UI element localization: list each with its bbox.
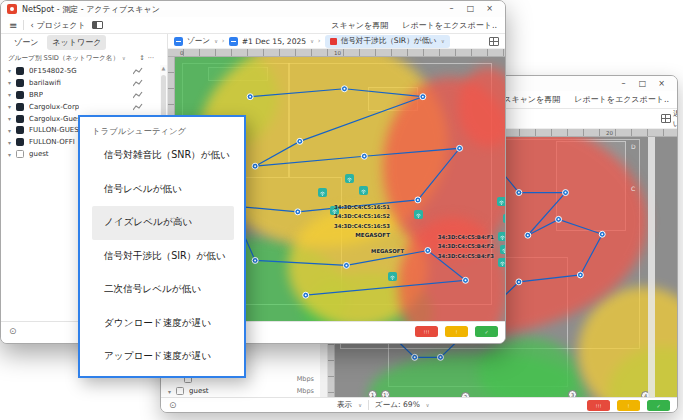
disclosure-triangle-icon[interactable]: ▾ — [5, 151, 14, 158]
survey-point-marker[interactable]: 1 — [368, 390, 377, 397]
disclosure-triangle-icon[interactable]: ▾ — [5, 91, 14, 98]
wifi-icon[interactable] — [497, 197, 505, 206]
projects-label: プロジェクト — [37, 20, 86, 31]
ap-label-cluster: 34:3D:C4:C5:B4:F1 34:3D:C4:C5:B4:F2 34:3… — [418, 233, 494, 261]
back-visualization-selector[interactable]: 遅い ∨ — [673, 109, 678, 129]
legend-buttons: !!!!✓ — [415, 326, 498, 337]
more-options-icon[interactable]: ··· — [148, 54, 160, 62]
ssid-checkbox[interactable]: ✓ — [16, 79, 24, 87]
status-circle-icon[interactable]: ⊙ — [169, 401, 177, 410]
minimize-button[interactable]: – — [442, 2, 461, 16]
export-report-button[interactable]: レポートをエクスポート.. — [574, 94, 669, 105]
ssid-checkbox[interactable]: ✓ — [16, 150, 24, 158]
status-circle-icon[interactable]: ⊙ — [9, 327, 17, 336]
survey-point-marker[interactable]: 2 — [461, 392, 470, 397]
legend-button[interactable]: !!! — [415, 326, 438, 337]
zone-selector[interactable]: ゾーン — [187, 36, 210, 46]
maximize-button[interactable]: □ — [461, 2, 480, 16]
back-to-projects-button[interactable]: ‹ プロジェクト — [30, 20, 85, 31]
chevron-down-icon: ∨ — [310, 38, 314, 44]
legend-buttons: !!!!✓ — [587, 400, 670, 411]
menu-item[interactable]: 信号対雑音比（SNR）が低い — [92, 139, 234, 173]
snapshot-selector[interactable]: #1 Dec 15, 2025 — [242, 37, 307, 46]
legend-button[interactable]: !!! — [587, 400, 610, 411]
ssid-row[interactable]: ▾ ✓ 0F154802-5G — [1, 65, 167, 77]
front-window-titlebar[interactable]: NetSpot - 測定 - アクティブスキャン – □ × — [1, 1, 505, 17]
signal-chart-icon — [133, 91, 143, 99]
tab-zones[interactable]: ゾーン — [9, 35, 43, 50]
snapshot-icon — [229, 37, 238, 46]
disclosure-triangle-icon[interactable]: ▾ — [5, 139, 14, 146]
rescan-button[interactable]: スキャンを再開 — [503, 94, 560, 105]
wifi-icon[interactable] — [388, 272, 397, 281]
zoom-level-button[interactable]: ズーム: 69% — [375, 400, 420, 410]
survey-point-marker[interactable]: 3 — [568, 390, 577, 397]
legend-button[interactable]: ✓ — [475, 326, 498, 337]
wifi-icon[interactable] — [318, 188, 327, 197]
wifi-icon[interactable] — [414, 210, 423, 219]
close-button[interactable]: × — [652, 77, 671, 91]
maximize-button[interactable]: □ — [633, 77, 652, 91]
ssid-checkbox[interactable]: ✓ — [16, 126, 24, 134]
rescan-button[interactable]: スキャンを再開 — [331, 20, 388, 31]
menu-item[interactable]: ダウンロード速度が遅い — [92, 307, 234, 341]
close-button[interactable]: × — [480, 2, 499, 16]
ssid-row[interactable]: ▾ ✓ barilawifi — [1, 77, 167, 89]
disclosure-triangle-icon[interactable]: ▾ — [5, 103, 14, 110]
menu-item[interactable]: ノイズレベルが高い — [92, 206, 234, 240]
sort-icon[interactable]: ↕ — [139, 54, 145, 62]
ssid-label: FULLON-OFFI — [29, 138, 75, 146]
disclosure-triangle-icon[interactable]: ▾ — [5, 127, 14, 134]
front-window[interactable]: NetSpot - 測定 - アクティブスキャン – □ × ≡ ‹ プロジェク… — [0, 0, 506, 344]
disclosure-triangle-icon[interactable]: ▾ — [5, 115, 14, 122]
wifi-icon[interactable] — [500, 245, 505, 254]
view-menu-button[interactable]: 表示 — [337, 400, 352, 410]
scroll-up-icon[interactable]: ▲ — [160, 65, 167, 71]
ssid-row[interactable]: ▾ ✓ guest Mbps — [161, 385, 327, 397]
ssid-checkbox[interactable]: ✓ — [16, 67, 24, 75]
wifi-icon[interactable] — [498, 232, 505, 241]
back-map-scrollbar[interactable] — [648, 137, 655, 397]
ssid-label: FULLON-GUES — [29, 126, 79, 134]
visualization-selector[interactable]: 信号対干渉比（SIR）が低い ∨ — [325, 35, 450, 48]
ap-vendor-label: MEGASOFT — [274, 231, 390, 241]
wifi-icon[interactable] — [503, 214, 505, 223]
menu-item[interactable]: 信号対干渉比（SIR）が低い — [92, 240, 234, 274]
ssid-checkbox[interactable]: ✓ — [176, 387, 184, 395]
legend-button[interactable]: ! — [445, 326, 468, 337]
legend-button[interactable]: ! — [617, 400, 640, 411]
ssid-checkbox[interactable]: ✓ — [16, 138, 24, 146]
toggle-sidebar-icon[interactable] — [92, 21, 103, 29]
wifi-icon[interactable] — [345, 174, 354, 183]
legend-button[interactable]: ✓ — [647, 400, 670, 411]
menu-item[interactable]: アップロード速度が遅い — [92, 340, 234, 374]
minimize-button[interactable]: – — [614, 77, 633, 91]
hamburger-menu-icon[interactable]: ≡ — [9, 20, 17, 31]
floorplan-icon[interactable] — [489, 37, 499, 46]
floorplan-icon[interactable] — [661, 114, 671, 123]
wifi-icon[interactable] — [498, 258, 505, 267]
ssid-checkbox[interactable]: ✓ — [16, 115, 24, 123]
disclosure-triangle-icon[interactable]: ▾ — [165, 388, 174, 395]
front-statusbar: ⊙ !!!!✓ — [1, 321, 505, 343]
tab-networks[interactable]: ネットワーク — [47, 35, 106, 50]
menu-item[interactable]: 二次信号レベルが低い — [92, 273, 234, 307]
visualization-label: 信号対干渉比（SIR）が低い — [341, 36, 437, 46]
breadcrumb-separator: › — [318, 37, 321, 45]
ruler-tick: 10 — [334, 49, 341, 57]
wifi-icon[interactable] — [359, 186, 368, 195]
sidebar-tabs: ゾーン ネットワーク — [1, 34, 167, 51]
ssid-checkbox[interactable]: ✓ — [16, 91, 24, 99]
ssid-row[interactable]: ▾ ✓ Cargolux-Corp — [1, 101, 167, 113]
disclosure-triangle-icon[interactable]: ▾ — [5, 67, 14, 74]
front-window-controls: – □ × — [442, 2, 499, 16]
ssid-checkbox[interactable]: ✓ — [16, 103, 24, 111]
export-report-button[interactable]: レポートをエクスポート.. — [402, 20, 497, 31]
disclosure-triangle-icon[interactable]: ▾ — [5, 79, 14, 86]
menu-item[interactable]: 信号レベルが低い — [92, 173, 234, 207]
ssid-list-header[interactable]: グループ別 SSID（ネットワーク名） ∨ ↕ ··· — [1, 51, 167, 65]
ap-mac-label: 34:3D:C4:C5:16:53 — [274, 222, 390, 231]
ssid-label: 0F154802-5G — [29, 67, 77, 75]
survey-point-marker[interactable]: 1' — [381, 390, 390, 397]
ssid-row[interactable]: ▾ ✓ BRP — [1, 89, 167, 101]
